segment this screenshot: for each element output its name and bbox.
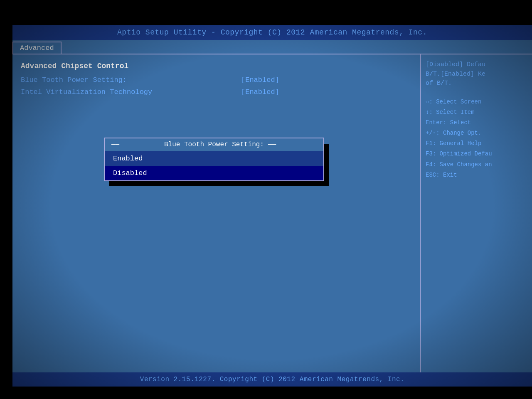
help-text-line1: [Disabled] Defau [426,60,527,70]
tab-row: Advanced [12,40,532,54]
key-help: ↔: Select Screen ↕: Select Item Enter: S… [426,97,527,181]
help-text-line2: B/T.[Enabled] Ke [426,70,527,79]
status-bar: Version 2.15.1227. Copyright (C) 2012 Am… [12,372,532,387]
key-f4: F4: Save Changes an [426,160,527,170]
virtualization-label: Intel Virtualization Technology [21,88,237,96]
right-panel: [Disabled] Defau B/T.[Enabled] Ke of B/T… [420,54,532,372]
setting-row-bluetooth[interactable]: Blue Tooth Power Setting: [Enabled] [21,76,411,84]
key-f1: F1: General Help [426,138,527,149]
bios-screen: Aptio Setup Utility - Copyright (C) 2012… [12,25,532,387]
title-bar: Aptio Setup Utility - Copyright (C) 2012… [12,25,532,40]
key-select-screen: ↔: Select Screen [426,97,527,107]
title-text: Aptio Setup Utility - Copyright (C) 2012… [117,28,427,37]
key-enter: Enter: Select [426,118,527,128]
section-title: Advanced Chipset Control [21,62,411,70]
key-select-item: ↕: Select Item [426,107,527,118]
dropdown-option-disabled[interactable]: Disabled [105,166,323,180]
key-change: +/-: Change Opt. [426,128,527,138]
help-text-line3: of B/T. [426,79,527,89]
tab-advanced-label: Advanced [20,44,54,52]
dropdown-title: Blue Tooth Power Setting: [105,138,323,151]
left-content: Advanced Chipset Control Blue Tooth Powe… [12,54,420,372]
key-f3: F3: Optimized Defau [426,149,527,159]
virtualization-value: [Enabled] [241,88,279,96]
status-text: Version 2.15.1227. Copyright (C) 2012 Am… [140,376,404,383]
key-esc: ESC: Exit [426,170,527,180]
main-area: Advanced Chipset Control Blue Tooth Powe… [12,54,532,372]
dropdown-popup[interactable]: Blue Tooth Power Setting: Enabled Disabl… [104,138,324,181]
setting-row-virtualization[interactable]: Intel Virtualization Technology [Enabled… [21,88,411,96]
bluetooth-value: [Enabled] [241,76,279,84]
bluetooth-label: Blue Tooth Power Setting: [21,76,237,84]
dropdown-title-text: Blue Tooth Power Setting: [160,141,268,148]
tab-advanced[interactable]: Advanced [12,42,62,54]
dropdown-option-enabled[interactable]: Enabled [105,151,323,166]
